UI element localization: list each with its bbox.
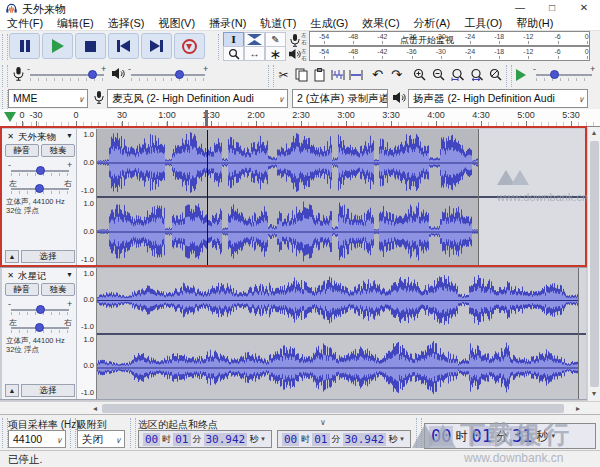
scroll-left-icon[interactable]: ◂ xyxy=(89,404,101,413)
meter-monitor-hint[interactable]: 点击开始监视 xyxy=(400,34,454,47)
close-button[interactable]: ✕ xyxy=(568,0,600,16)
pause-button[interactable] xyxy=(9,33,40,59)
menu-analyze[interactable]: 分析(A) xyxy=(407,16,458,30)
silence-audio-button[interactable] xyxy=(346,64,365,85)
zoom-fit-button[interactable] xyxy=(467,64,486,85)
track1-left-waveform[interactable] xyxy=(97,130,478,195)
vertical-scrollbar[interactable]: ▴ ▾ xyxy=(587,127,600,401)
zoom-in-icon xyxy=(413,68,426,81)
timeshift-tool-button[interactable]: ↔ xyxy=(244,46,265,61)
selection-start-field[interactable]: 00时 01分 30.942秒 ▾ xyxy=(138,430,272,448)
playback-volume-slider[interactable] xyxy=(131,74,205,76)
menu-transport[interactable]: 播录(N) xyxy=(202,16,253,30)
timeline-ruler[interactable]: 0-300301:001:302:002:303:003:304:004:305… xyxy=(0,109,600,127)
record-button[interactable] xyxy=(174,33,205,59)
zoom-tool-button[interactable] xyxy=(223,46,244,61)
scroll-right-icon[interactable]: ▸ xyxy=(572,404,584,413)
selection-range-chevron-icon[interactable]: ∨ xyxy=(320,418,326,427)
track1-menu-arrow-icon[interactable]: ▼ xyxy=(66,132,73,139)
menu-view[interactable]: 视图(V) xyxy=(151,16,202,30)
playback-volume-thumb[interactable] xyxy=(175,70,184,79)
play-at-speed-button[interactable] xyxy=(512,66,530,84)
selection-end-field[interactable]: 00时 01分 30.942秒 ▾ xyxy=(277,430,411,448)
stop-button[interactable] xyxy=(75,33,106,59)
track1-mute-button[interactable]: 静音 xyxy=(5,144,39,157)
track2-left-waveform[interactable] xyxy=(97,269,578,331)
track2-vertical-scale[interactable]: 1.0 0.0 -1.0 1.0 0.0 -1.0 xyxy=(77,268,97,400)
recording-device-select[interactable]: 麦克风 (2- High Definition Audi∨ xyxy=(107,89,288,108)
play-button[interactable] xyxy=(42,33,73,59)
cut-button[interactable]: ✂ xyxy=(274,64,293,85)
track2-title[interactable]: 水星记 xyxy=(18,270,64,283)
zoom-in-button[interactable] xyxy=(410,64,429,85)
mixer-grip[interactable] xyxy=(2,65,8,87)
track2-select-button[interactable]: 选择 xyxy=(21,384,75,397)
playback-device-select[interactable]: 扬声器 (2- High Definition Audi∨ xyxy=(408,89,588,108)
redo-button[interactable]: ↷ xyxy=(387,64,406,85)
playhead-marker[interactable] xyxy=(205,110,208,126)
zoom-toggle-button[interactable] xyxy=(486,64,505,85)
play-speed-slider[interactable] xyxy=(536,74,592,76)
recording-volume-thumb[interactable] xyxy=(88,70,97,79)
audio-position-field[interactable]: 00时 01分 31秒 ▾ xyxy=(424,423,596,449)
skip-to-end-button[interactable] xyxy=(141,33,172,59)
track1-vertical-scale[interactable]: 1.0 0.0 -1.0 1.0 0.0 -1.0 xyxy=(77,129,97,266)
field-dropdown-icon[interactable]: ▾ xyxy=(400,435,404,443)
track2-collapse-button[interactable]: ▲ xyxy=(5,384,19,397)
multi-tool-button[interactable]: ∗ xyxy=(265,46,286,61)
menu-edit[interactable]: 编辑(E) xyxy=(50,16,101,30)
horizontal-scrollbar[interactable]: ◂ ▸ xyxy=(0,401,600,414)
recording-meter[interactable]: 点击开始监视 -54-48-42-36-30-24-18-12-60 xyxy=(309,31,590,46)
menu-tracks[interactable]: 轨道(T) xyxy=(253,16,303,30)
paste-button[interactable] xyxy=(310,64,329,85)
zoom-out-button[interactable] xyxy=(429,64,448,85)
vertical-scroll-thumb[interactable] xyxy=(590,141,599,387)
maximize-button[interactable]: □ xyxy=(536,0,568,16)
scroll-up-icon[interactable]: ▴ xyxy=(588,128,600,137)
field-dropdown-icon[interactable]: ▾ xyxy=(551,432,555,440)
track2-solo-button[interactable]: 独奏 xyxy=(41,283,75,296)
track1-pan-thumb[interactable] xyxy=(35,184,44,193)
selection-tool-button[interactable]: I xyxy=(223,32,244,47)
track2-pan-thumb[interactable] xyxy=(35,323,44,332)
menu-help[interactable]: 帮助(H) xyxy=(509,16,560,30)
project-rate-select[interactable]: 44100∨ xyxy=(8,430,66,448)
skip-to-start-button[interactable] xyxy=(108,33,139,59)
play-speed-thumb[interactable] xyxy=(550,70,559,79)
status-text: 已停止. xyxy=(8,453,42,465)
audio-host-select[interactable]: MME∨ xyxy=(8,89,88,108)
track2-right-waveform[interactable] xyxy=(97,337,578,398)
recording-channels-select[interactable]: 2 (立体声) 录制声道∨ xyxy=(292,89,388,108)
track1-gain-thumb[interactable] xyxy=(36,166,45,175)
playback-meter[interactable]: -54-48-42-36-30-24-18-12-60 xyxy=(309,46,590,61)
transport-grip[interactable] xyxy=(2,34,8,60)
track1-select-button[interactable]: 选择 xyxy=(21,250,75,263)
track2-mute-button[interactable]: 静音 xyxy=(5,283,39,296)
track1-solo-button[interactable]: 独奏 xyxy=(41,144,75,157)
menu-generate[interactable]: 生成(G) xyxy=(303,16,355,30)
track1-right-waveform[interactable] xyxy=(97,199,478,264)
field-dropdown-icon[interactable]: ▾ xyxy=(261,435,265,443)
snap-to-select[interactable]: 关闭∨ xyxy=(77,430,125,448)
scroll-down-icon[interactable]: ▾ xyxy=(588,389,600,398)
minimize-button[interactable]: — xyxy=(504,0,536,16)
pause-icon xyxy=(20,40,30,52)
app-icon xyxy=(5,2,18,15)
track1-close-icon[interactable]: ✕ xyxy=(5,131,16,142)
zoom-selection-button[interactable] xyxy=(448,64,467,85)
menu-effect[interactable]: 效果(C) xyxy=(355,16,406,30)
track2-gain-thumb[interactable] xyxy=(36,305,45,314)
track2-close-icon[interactable]: ✕ xyxy=(5,270,16,281)
track1-collapse-button[interactable]: ▲ xyxy=(5,250,19,263)
menu-select[interactable]: 选择(S) xyxy=(101,16,152,30)
menu-file[interactable]: 文件(F) xyxy=(0,16,50,30)
envelope-tool-button[interactable] xyxy=(244,32,265,47)
menu-tools[interactable]: 工具(O) xyxy=(457,16,509,30)
copy-button[interactable] xyxy=(292,64,311,85)
track1-title[interactable]: 天外来物 xyxy=(18,131,64,144)
trim-audio-button[interactable] xyxy=(328,64,347,85)
track2-menu-arrow-icon[interactable]: ▼ xyxy=(66,271,73,278)
horizontal-scroll-thumb[interactable] xyxy=(102,404,564,413)
ruler-tick-label: 4:30 xyxy=(472,110,490,120)
undo-button[interactable]: ↶ xyxy=(368,64,387,85)
